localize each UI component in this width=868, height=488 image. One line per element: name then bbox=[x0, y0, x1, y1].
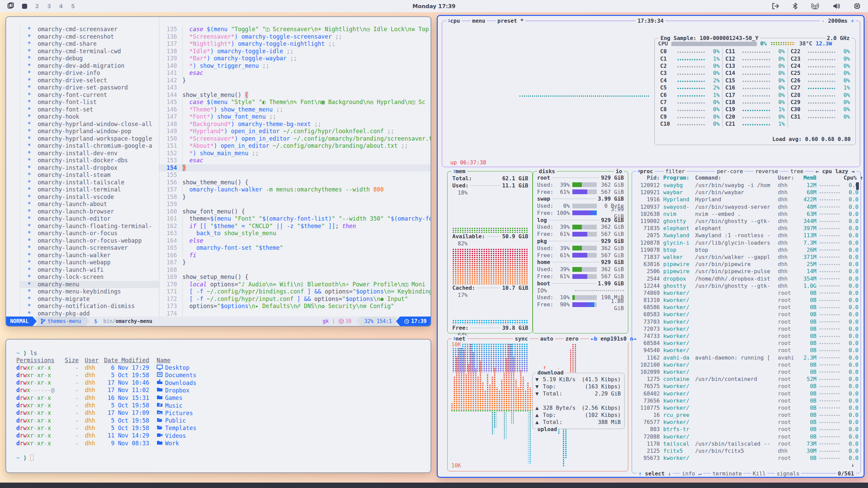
process-row[interactable]: 68586kworker/root0B0.0 bbox=[635, 304, 859, 311]
process-list[interactable]: 120912swaybg/usr/bin/swaybg -i /homdhh12… bbox=[635, 182, 859, 462]
menu-button[interactable]: menu bbox=[471, 17, 487, 24]
file-item[interactable]: *omarchy-hyprland-workspace-toggle bbox=[20, 135, 159, 143]
net-auto-button[interactable]: auto bbox=[538, 335, 555, 342]
process-row[interactable]: 2075XwaylandXwayland :1 -rootless -dhh11… bbox=[635, 232, 859, 239]
code-line[interactable]: 147 *Font*) show_font_menu ;; bbox=[159, 113, 431, 121]
file-item[interactable]: *omarchy-launch-about bbox=[20, 201, 159, 208]
file-item[interactable]: *omarchy-install-tailscale bbox=[20, 179, 159, 186]
file-item[interactable]: *omarchy-launch-walker bbox=[20, 252, 159, 259]
file-item[interactable]: *omarchy-cmd-screensaver bbox=[20, 26, 159, 33]
code-line[interactable]: 172 [ -f ~/.config/hypr/input.conf ] && … bbox=[159, 296, 431, 303]
code-line[interactable]: 151 *About*) open_in_editor ~/.config/om… bbox=[159, 142, 431, 150]
code-line[interactable]: 161 theme=$(menu "Font" "$(omarchy-font-… bbox=[159, 215, 431, 223]
file-item[interactable]: *omarchy-menu-keybindings bbox=[20, 288, 159, 296]
code-line[interactable]: 171 [ -f ~/.config/hypr/bindings.conf ] … bbox=[159, 288, 431, 296]
file-item[interactable]: *omarchy-hook bbox=[20, 113, 159, 121]
process-row[interactable]: 2125fcitx5/usr/bin/fcitx5dhh30M0.0 bbox=[635, 447, 859, 454]
proc-scrollbar[interactable] bbox=[856, 182, 859, 190]
process-row[interactable]: 120878glycin-i/usr/lib/glycin-loadersdhh… bbox=[635, 239, 859, 246]
code-line[interactable]: 144show_style_menu() { bbox=[159, 92, 431, 99]
process-row[interactable]: 120912swaybg/usr/bin/swaybg -i /homdhh12… bbox=[635, 182, 859, 189]
code-line[interactable]: 150 *Screensaver*) open_in_editor ~/.con… bbox=[159, 135, 431, 143]
process-row[interactable]: 102099kworker/root0B0.0 bbox=[635, 368, 859, 375]
code-line[interactable]: 142} bbox=[159, 77, 431, 84]
tab-mem[interactable]: 2mem bbox=[452, 168, 467, 175]
proc-footer-key[interactable]: ↑ select ↓ bbox=[637, 470, 673, 477]
volume-icon[interactable] bbox=[833, 3, 840, 9]
process-row[interactable]: 1162avahi-daavahi-daemon: running [avahi… bbox=[635, 354, 859, 361]
process-row[interactable]: 120921waybar/usr/bin/waybardhh68M0.0 bbox=[635, 189, 859, 196]
code-line[interactable]: 156show_theme_menu() { bbox=[159, 179, 431, 186]
process-row[interactable]: 16rcu_preeroot0B0.0 bbox=[635, 411, 859, 419]
code-line[interactable]: 143 bbox=[159, 84, 431, 92]
process-row[interactable]: 71835elephantelephantdhh397M0.0 bbox=[635, 225, 859, 232]
update-interval[interactable]: - 2000ms + bbox=[820, 17, 856, 24]
disks-title[interactable]: disks bbox=[537, 168, 557, 175]
tab-proc[interactable]: 4proc bbox=[636, 168, 655, 175]
code-line[interactable]: 160show_font_menu() { bbox=[159, 208, 431, 216]
proc-footer-key[interactable]: Kill bbox=[751, 470, 768, 477]
file-item[interactable]: *omarchy-lock-screen bbox=[20, 273, 159, 281]
process-row[interactable]: 803btrfs-trroot0B0.0 bbox=[635, 426, 859, 433]
cpu-chip-icon[interactable] bbox=[854, 3, 861, 9]
file-item[interactable]: *omarchy-launch-editor bbox=[20, 215, 159, 223]
net-zero-button[interactable]: zero bbox=[564, 335, 580, 342]
file-item[interactable]: *omarchy-drive-select bbox=[20, 77, 159, 84]
code-line[interactable]: 155 bbox=[159, 171, 431, 179]
code-line[interactable]: 136 *Screensaver*) omarchy-toggle-screen… bbox=[159, 33, 431, 41]
file-item[interactable]: *omarchy-install-terminal bbox=[20, 186, 159, 194]
dir-name[interactable]: Documents bbox=[165, 372, 196, 379]
file-explorer[interactable]: *omarchy-cmd-screensaver*omarchy-cmd-scr… bbox=[6, 17, 159, 317]
file-item[interactable]: *omarchy-drive-info bbox=[20, 69, 159, 77]
tab-cpu[interactable]: 1cpu bbox=[446, 17, 462, 24]
code-line[interactable]: 140 *) show_trigger_menu ;; bbox=[159, 62, 431, 70]
code-editor[interactable]: 135 case $(menu "Toggle" "◫ Screensaver\… bbox=[159, 17, 431, 317]
file-item[interactable]: *omarchy-menu bbox=[20, 281, 159, 288]
dir-name[interactable]: Pictures bbox=[165, 410, 193, 417]
code-line[interactable]: 173 options="$options\n▸ Defaults\n☍ DNS… bbox=[159, 303, 431, 310]
file-item[interactable]: *omarchy-hyprland-window-close-all bbox=[20, 121, 159, 128]
file-item[interactable]: *omarchy-cmd-terminal-cwd bbox=[20, 48, 159, 55]
file-item[interactable]: *omarchy-launch-wifi bbox=[20, 266, 159, 274]
dir-name[interactable]: Templates bbox=[165, 425, 196, 432]
file-item[interactable]: *omarchy-launch-browser bbox=[20, 208, 159, 216]
file-item[interactable]: *omarchy-cmd-screenshot bbox=[20, 33, 159, 41]
file-item[interactable]: *omarchy-install-dropbox bbox=[20, 164, 159, 172]
process-row[interactable]: 94540kworker/root0B0.0 bbox=[635, 347, 859, 354]
proc-footer-key[interactable]: info ↵ bbox=[680, 470, 703, 477]
file-item[interactable]: *omarchy-dev-add-migration bbox=[20, 62, 159, 70]
code-line[interactable]: 148 *Background*) omarchy-theme-bg-next … bbox=[159, 121, 431, 128]
code-line[interactable]: 141 esac bbox=[159, 69, 431, 77]
code-line[interactable]: 154} bbox=[159, 164, 431, 172]
code-line[interactable]: 162 if [[ "$theme" = "CNCLD" || -z "$the… bbox=[159, 223, 431, 230]
preset-button[interactable]: preset * bbox=[496, 17, 525, 24]
process-row[interactable]: 120937swayosd-/usr/bin/swayosd-serverdhh… bbox=[635, 203, 859, 210]
process-row[interactable]: 71837walker/usr/bin/walker --gappldhh371… bbox=[635, 253, 859, 261]
proc-tree-button[interactable]: tree bbox=[789, 168, 805, 175]
process-row[interactable]: 119078btopbtopdhh26M0.0 bbox=[635, 246, 859, 253]
proc-footer-key[interactable]: signals bbox=[775, 470, 801, 477]
code-line[interactable]: 168 bbox=[159, 266, 431, 274]
file-item[interactable]: *omarchy-hyprland-window-pop bbox=[20, 128, 159, 135]
process-row[interactable]: 68584kworker/root0B0.0 bbox=[635, 340, 859, 347]
file-item[interactable]: *omarchy-launch-floating-terminal- bbox=[20, 223, 159, 230]
file-item[interactable]: *omarchy-font-set bbox=[20, 106, 159, 114]
code-line[interactable]: 166 fi bbox=[159, 252, 431, 259]
process-row[interactable]: 63816pipewire/usr/bin/pipewiredhh25M0.0 bbox=[635, 261, 859, 268]
process-row[interactable]: 74869kworker/root0B0.0 bbox=[635, 289, 859, 297]
bluetooth-icon[interactable] bbox=[793, 3, 797, 9]
dir-name[interactable]: Public bbox=[165, 417, 186, 424]
process-row[interactable]: 68402kworker/root0B0.0 bbox=[635, 390, 859, 397]
process-row[interactable]: 102638nvimnvim --embed .dhh63M0.0 bbox=[635, 210, 859, 218]
dir-name[interactable]: Videos bbox=[165, 432, 186, 440]
file-item[interactable]: *omarchy-install-docker-dbs bbox=[20, 157, 159, 164]
file-item[interactable]: *omarchy-cmd-share bbox=[20, 40, 159, 48]
process-row[interactable]: 2506pipewire/usr/bin/pipewire-pulsedhh14… bbox=[635, 268, 859, 275]
file-item[interactable]: *omarchy-install-vscode bbox=[20, 194, 159, 201]
process-row[interactable]: 119002ghostty/usr/bin/ghostty --gtk-dhh3… bbox=[635, 218, 859, 225]
code-line[interactable]: 135 case $(menu "Toggle" "◫ Screensaver\… bbox=[159, 26, 431, 33]
proc-footer-key[interactable]: terminate bbox=[711, 470, 744, 477]
file-item[interactable]: *omarchy-migrate bbox=[20, 296, 159, 303]
code-line[interactable]: 145 case $(menu "Style" "◐ Theme\n✎ Font… bbox=[159, 99, 431, 106]
file-item[interactable]: *omarchy-debug bbox=[20, 55, 159, 62]
